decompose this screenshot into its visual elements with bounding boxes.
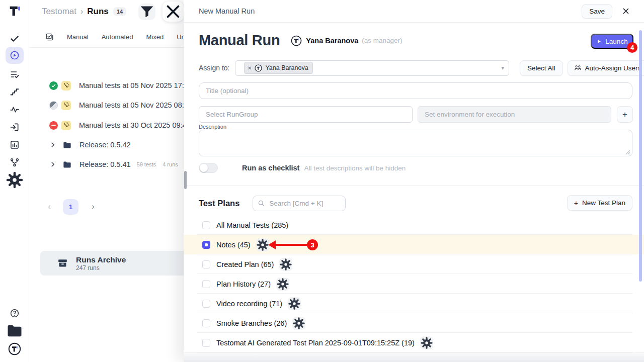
test-plan-row[interactable]: Smoke Branches (26) [184,313,644,333]
select-runs-icon[interactable] [45,33,54,41]
sidebar-item-runs[interactable] [6,47,24,64]
run-title: Manual tests at 30 Oct 2025 09:48 [79,121,184,129]
add-environment-button[interactable]: + [617,106,633,123]
run-as-checklist-toggle[interactable] [199,163,218,173]
chevron-right-icon[interactable] [49,141,56,148]
prev-page-button[interactable]: ‹ [42,199,57,214]
plan-checkbox-checked[interactable] [202,241,210,249]
title-input[interactable] [199,82,632,99]
annotation-badge-3: 3 [307,239,318,250]
projects-button[interactable] [6,322,24,339]
modal-close-button[interactable] [621,7,630,16]
plan-checkbox[interactable] [202,260,210,268]
testomat-logo-icon[interactable] [7,4,22,19]
tab-mixed[interactable]: Mixed [146,33,164,41]
test-plan-row[interactable]: Video recording (71) [184,294,644,313]
assignee-name: Yana Baranova [265,64,308,71]
current-page-button[interactable]: 1 [63,199,78,215]
tab-automated[interactable]: Automated [102,33,133,41]
assignee-select[interactable]: ✕ Yana Baranova ▾ [235,60,509,76]
breadcrumb-separator: › [80,7,83,16]
check-icon [10,34,20,44]
runs-archive-card[interactable]: Runs Archive 247 runs [40,251,184,276]
auto-assign-button[interactable]: Auto-Assign Users [568,60,644,76]
panel-scrollbar-thumb[interactable] [184,171,187,189]
modal-header: New Manual Run Save [184,0,644,23]
sidebar-item-analytics[interactable] [6,101,24,118]
plan-checkbox[interactable] [202,221,210,229]
close-filter-button[interactable] [163,2,184,22]
list-check-icon [10,69,20,79]
tab-manual[interactable]: Manual [67,33,89,41]
chevron-down-icon[interactable]: ▾ [501,65,504,71]
sidebar-item-milestones[interactable] [6,83,24,101]
next-page-button[interactable]: › [86,199,101,214]
test-plan-row[interactable]: Testomat AI Generated Test Plan 2025-09-… [184,333,644,352]
description-textarea[interactable] [199,130,632,156]
run-title: Manual tests at 05 Nov 2025 17:55 [79,81,184,89]
sidebar-item-reports[interactable] [6,136,24,153]
modal-scrollbar-thumb[interactable] [639,30,642,282]
select-all-button[interactable]: Select All [520,60,563,76]
plan-settings-button[interactable] [292,317,305,330]
new-test-plan-button[interactable]: + New Test Plan [567,195,632,211]
run-list-item[interactable]: Manual tests at 05 Nov 2025 17:55 [29,78,184,93]
archive-title: Runs Archive [76,255,126,264]
save-button[interactable]: Save [582,4,612,19]
folder-row[interactable]: Release: 0.5.42 [29,137,184,152]
page-title: Manual Run [199,32,280,49]
description-label: Description [199,124,226,130]
test-plan-row[interactable]: All Manual Tests (285) [184,215,644,235]
test-plan-row-selected[interactable]: Notes (45) 3 [184,235,644,254]
rungroup-input[interactable] [199,106,413,123]
test-plan-row[interactable]: Created Plan (65) [184,254,644,274]
sidebar-item-test-plans[interactable] [6,66,24,83]
plan-checkbox[interactable] [202,319,210,327]
folder-title: Release: 0.5.42 [79,141,131,149]
run-list-item[interactable]: Manual tests at 30 Oct 2025 09:48 [29,118,184,133]
plan-settings-button[interactable] [256,238,269,251]
sidebar-item-settings[interactable] [6,171,24,189]
gear-icon [6,171,24,189]
checklist-label: Run as checklist [242,164,299,172]
annotation-arrow-line [275,244,309,246]
tab-unit[interactable]: Unit [177,33,184,41]
run-emoji-icon [61,121,71,130]
search-input[interactable] [253,196,346,211]
filter-button[interactable] [138,4,155,20]
chevron-right-icon[interactable] [49,161,56,168]
test-plan-row[interactable]: Plan History (27) [184,274,644,294]
plan-label: Created Plan (65) [216,260,274,268]
plan-checkbox[interactable] [202,280,210,288]
help-button[interactable] [6,305,24,322]
close-icon [163,1,184,22]
breadcrumb-page: Runs [87,7,109,17]
help-icon [10,308,20,318]
plan-label: Video recording (71) [216,300,282,308]
run-list-item[interactable]: Manual tests at 05 Nov 2025 08:23 [29,98,184,113]
plan-settings-button[interactable] [279,258,292,271]
remove-assignee-icon[interactable]: ✕ [248,65,252,71]
folder-icon [62,160,72,169]
plan-settings-button[interactable] [288,297,301,310]
environment-input[interactable] [418,106,611,123]
sidebar-item-import[interactable] [6,119,24,136]
breadcrumb-app[interactable]: Testomat [42,7,76,17]
sidebar-item-branches[interactable] [6,154,24,171]
test-plans-header: Test Plans + New Test Plan [199,195,632,211]
plan-settings-button[interactable] [276,278,289,291]
play-circle-icon [10,50,20,60]
app-sidebar [0,0,29,362]
test-plans-list: All Manual Tests (285) Notes (45) 3 Crea… [184,215,644,352]
plan-checkbox[interactable] [202,300,210,308]
folder-row[interactable]: Release: 0.5.41 59 tests 4 runs [29,157,184,172]
sidebar-item-results[interactable] [6,30,24,47]
runs-header: Testomat › Runs 14 [29,0,184,23]
user-avatar[interactable] [6,340,24,357]
avatar-icon [8,342,21,355]
resize-handle-icon[interactable] [625,150,630,155]
plan-checkbox[interactable] [202,339,210,347]
manager-avatar-icon [291,35,302,46]
plan-label: Smoke Branches (26) [216,319,287,327]
plan-settings-button[interactable] [420,336,433,349]
